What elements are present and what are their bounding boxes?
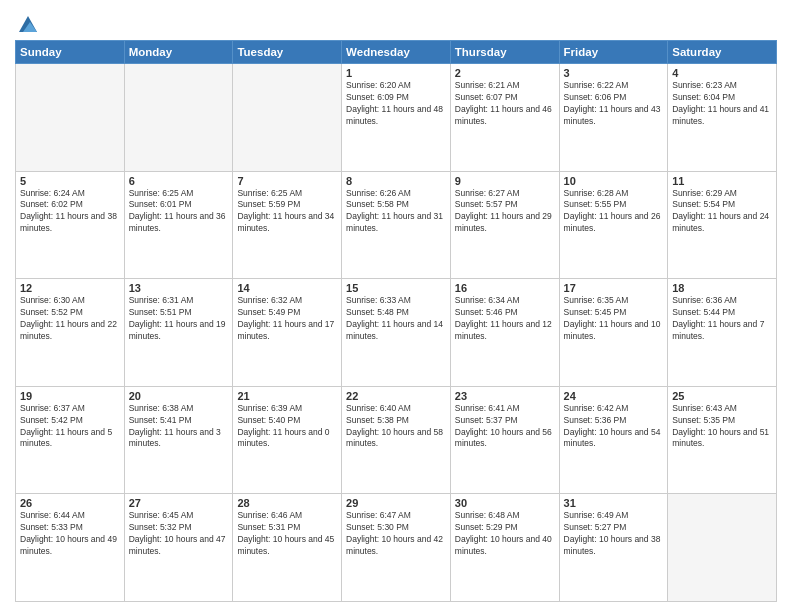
- day-number: 9: [455, 175, 555, 187]
- empty-cell: [124, 64, 233, 172]
- day-info: Sunrise: 6:24 AMSunset: 6:02 PMDaylight:…: [20, 188, 120, 236]
- day-cell-19: 19Sunrise: 6:37 AMSunset: 5:42 PMDayligh…: [16, 386, 125, 494]
- day-cell-25: 25Sunrise: 6:43 AMSunset: 5:35 PMDayligh…: [668, 386, 777, 494]
- day-number: 15: [346, 282, 446, 294]
- day-info: Sunrise: 6:37 AMSunset: 5:42 PMDaylight:…: [20, 403, 120, 451]
- day-cell-28: 28Sunrise: 6:46 AMSunset: 5:31 PMDayligh…: [233, 494, 342, 602]
- day-number: 4: [672, 67, 772, 79]
- day-cell-4: 4Sunrise: 6:23 AMSunset: 6:04 PMDaylight…: [668, 64, 777, 172]
- day-cell-16: 16Sunrise: 6:34 AMSunset: 5:46 PMDayligh…: [450, 279, 559, 387]
- day-number: 8: [346, 175, 446, 187]
- header-row: SundayMondayTuesdayWednesdayThursdayFrid…: [16, 41, 777, 64]
- day-number: 7: [237, 175, 337, 187]
- day-info: Sunrise: 6:45 AMSunset: 5:32 PMDaylight:…: [129, 510, 229, 558]
- page: SundayMondayTuesdayWednesdayThursdayFrid…: [0, 0, 792, 612]
- day-number: 17: [564, 282, 664, 294]
- day-number: 24: [564, 390, 664, 402]
- day-info: Sunrise: 6:23 AMSunset: 6:04 PMDaylight:…: [672, 80, 772, 128]
- day-number: 25: [672, 390, 772, 402]
- week-row-3: 19Sunrise: 6:37 AMSunset: 5:42 PMDayligh…: [16, 386, 777, 494]
- day-cell-22: 22Sunrise: 6:40 AMSunset: 5:38 PMDayligh…: [342, 386, 451, 494]
- day-number: 28: [237, 497, 337, 509]
- day-info: Sunrise: 6:25 AMSunset: 5:59 PMDaylight:…: [237, 188, 337, 236]
- day-number: 22: [346, 390, 446, 402]
- day-cell-24: 24Sunrise: 6:42 AMSunset: 5:36 PMDayligh…: [559, 386, 668, 494]
- day-number: 14: [237, 282, 337, 294]
- day-info: Sunrise: 6:33 AMSunset: 5:48 PMDaylight:…: [346, 295, 446, 343]
- day-number: 10: [564, 175, 664, 187]
- week-row-4: 26Sunrise: 6:44 AMSunset: 5:33 PMDayligh…: [16, 494, 777, 602]
- day-number: 16: [455, 282, 555, 294]
- week-row-1: 5Sunrise: 6:24 AMSunset: 6:02 PMDaylight…: [16, 171, 777, 279]
- day-number: 23: [455, 390, 555, 402]
- day-number: 11: [672, 175, 772, 187]
- logo: [15, 14, 39, 34]
- day-info: Sunrise: 6:29 AMSunset: 5:54 PMDaylight:…: [672, 188, 772, 236]
- day-cell-1: 1Sunrise: 6:20 AMSunset: 6:09 PMDaylight…: [342, 64, 451, 172]
- day-info: Sunrise: 6:21 AMSunset: 6:07 PMDaylight:…: [455, 80, 555, 128]
- col-header-friday: Friday: [559, 41, 668, 64]
- day-cell-11: 11Sunrise: 6:29 AMSunset: 5:54 PMDayligh…: [668, 171, 777, 279]
- day-number: 13: [129, 282, 229, 294]
- week-row-2: 12Sunrise: 6:30 AMSunset: 5:52 PMDayligh…: [16, 279, 777, 387]
- day-info: Sunrise: 6:39 AMSunset: 5:40 PMDaylight:…: [237, 403, 337, 451]
- day-cell-29: 29Sunrise: 6:47 AMSunset: 5:30 PMDayligh…: [342, 494, 451, 602]
- day-cell-15: 15Sunrise: 6:33 AMSunset: 5:48 PMDayligh…: [342, 279, 451, 387]
- day-info: Sunrise: 6:48 AMSunset: 5:29 PMDaylight:…: [455, 510, 555, 558]
- day-number: 31: [564, 497, 664, 509]
- day-number: 27: [129, 497, 229, 509]
- day-info: Sunrise: 6:30 AMSunset: 5:52 PMDaylight:…: [20, 295, 120, 343]
- day-info: Sunrise: 6:44 AMSunset: 5:33 PMDaylight:…: [20, 510, 120, 558]
- day-cell-12: 12Sunrise: 6:30 AMSunset: 5:52 PMDayligh…: [16, 279, 125, 387]
- col-header-monday: Monday: [124, 41, 233, 64]
- day-cell-27: 27Sunrise: 6:45 AMSunset: 5:32 PMDayligh…: [124, 494, 233, 602]
- calendar: SundayMondayTuesdayWednesdayThursdayFrid…: [15, 40, 777, 602]
- day-cell-18: 18Sunrise: 6:36 AMSunset: 5:44 PMDayligh…: [668, 279, 777, 387]
- day-info: Sunrise: 6:47 AMSunset: 5:30 PMDaylight:…: [346, 510, 446, 558]
- day-cell-5: 5Sunrise: 6:24 AMSunset: 6:02 PMDaylight…: [16, 171, 125, 279]
- day-info: Sunrise: 6:25 AMSunset: 6:01 PMDaylight:…: [129, 188, 229, 236]
- empty-cell: [16, 64, 125, 172]
- day-info: Sunrise: 6:42 AMSunset: 5:36 PMDaylight:…: [564, 403, 664, 451]
- day-cell-14: 14Sunrise: 6:32 AMSunset: 5:49 PMDayligh…: [233, 279, 342, 387]
- day-number: 12: [20, 282, 120, 294]
- col-header-tuesday: Tuesday: [233, 41, 342, 64]
- col-header-sunday: Sunday: [16, 41, 125, 64]
- day-number: 6: [129, 175, 229, 187]
- day-info: Sunrise: 6:20 AMSunset: 6:09 PMDaylight:…: [346, 80, 446, 128]
- day-cell-9: 9Sunrise: 6:27 AMSunset: 5:57 PMDaylight…: [450, 171, 559, 279]
- day-info: Sunrise: 6:36 AMSunset: 5:44 PMDaylight:…: [672, 295, 772, 343]
- day-number: 3: [564, 67, 664, 79]
- day-info: Sunrise: 6:49 AMSunset: 5:27 PMDaylight:…: [564, 510, 664, 558]
- day-number: 1: [346, 67, 446, 79]
- day-number: 5: [20, 175, 120, 187]
- day-number: 18: [672, 282, 772, 294]
- day-number: 26: [20, 497, 120, 509]
- day-info: Sunrise: 6:27 AMSunset: 5:57 PMDaylight:…: [455, 188, 555, 236]
- day-cell-21: 21Sunrise: 6:39 AMSunset: 5:40 PMDayligh…: [233, 386, 342, 494]
- day-number: 20: [129, 390, 229, 402]
- col-header-saturday: Saturday: [668, 41, 777, 64]
- day-cell-2: 2Sunrise: 6:21 AMSunset: 6:07 PMDaylight…: [450, 64, 559, 172]
- day-cell-13: 13Sunrise: 6:31 AMSunset: 5:51 PMDayligh…: [124, 279, 233, 387]
- day-info: Sunrise: 6:46 AMSunset: 5:31 PMDaylight:…: [237, 510, 337, 558]
- empty-cell: [233, 64, 342, 172]
- day-cell-23: 23Sunrise: 6:41 AMSunset: 5:37 PMDayligh…: [450, 386, 559, 494]
- day-number: 29: [346, 497, 446, 509]
- day-cell-6: 6Sunrise: 6:25 AMSunset: 6:01 PMDaylight…: [124, 171, 233, 279]
- day-info: Sunrise: 6:34 AMSunset: 5:46 PMDaylight:…: [455, 295, 555, 343]
- week-row-0: 1Sunrise: 6:20 AMSunset: 6:09 PMDaylight…: [16, 64, 777, 172]
- day-cell-31: 31Sunrise: 6:49 AMSunset: 5:27 PMDayligh…: [559, 494, 668, 602]
- day-cell-8: 8Sunrise: 6:26 AMSunset: 5:58 PMDaylight…: [342, 171, 451, 279]
- day-info: Sunrise: 6:31 AMSunset: 5:51 PMDaylight:…: [129, 295, 229, 343]
- day-info: Sunrise: 6:35 AMSunset: 5:45 PMDaylight:…: [564, 295, 664, 343]
- day-info: Sunrise: 6:26 AMSunset: 5:58 PMDaylight:…: [346, 188, 446, 236]
- day-info: Sunrise: 6:41 AMSunset: 5:37 PMDaylight:…: [455, 403, 555, 451]
- day-cell-3: 3Sunrise: 6:22 AMSunset: 6:06 PMDaylight…: [559, 64, 668, 172]
- day-cell-7: 7Sunrise: 6:25 AMSunset: 5:59 PMDaylight…: [233, 171, 342, 279]
- col-header-thursday: Thursday: [450, 41, 559, 64]
- day-info: Sunrise: 6:32 AMSunset: 5:49 PMDaylight:…: [237, 295, 337, 343]
- day-info: Sunrise: 6:43 AMSunset: 5:35 PMDaylight:…: [672, 403, 772, 451]
- day-cell-17: 17Sunrise: 6:35 AMSunset: 5:45 PMDayligh…: [559, 279, 668, 387]
- day-info: Sunrise: 6:40 AMSunset: 5:38 PMDaylight:…: [346, 403, 446, 451]
